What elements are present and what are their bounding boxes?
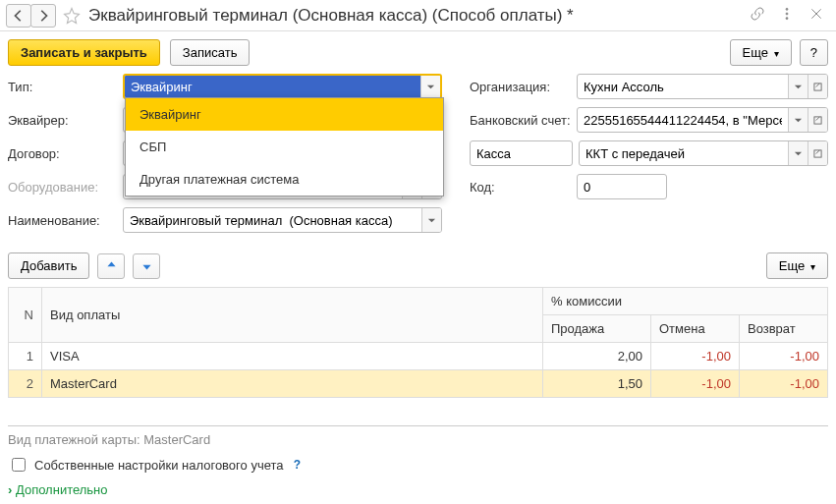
help-button[interactable]: ? (800, 39, 828, 66)
table-more-button[interactable]: Еще (766, 252, 828, 279)
payment-table: N Вид оплаты % комиссии Продажа Отмена В… (8, 287, 828, 398)
col-n: N (9, 288, 42, 343)
kassa-kind-combo[interactable] (470, 140, 573, 166)
open-icon[interactable] (808, 141, 827, 165)
col-paytype: Вид оплаты (42, 288, 543, 343)
additional-toggle[interactable]: Дополнительно (8, 482, 828, 497)
save-button[interactable]: Записать (170, 39, 251, 66)
svg-rect-5 (814, 116, 821, 123)
open-icon[interactable] (808, 108, 827, 132)
col-sale: Продажа (543, 315, 651, 343)
table-row[interactable]: 1 VISA 2,00 -1,00 -1,00 (9, 343, 828, 370)
svg-point-2 (786, 18, 788, 20)
bank-acc-label: Банковский счет: (470, 113, 577, 128)
type-dropdown[interactable]: Эквайринг СБП Другая платежная система (125, 97, 444, 196)
chevron-down-icon[interactable] (421, 208, 441, 232)
equipment-label: Оборудование: (8, 180, 123, 195)
close-icon[interactable] (808, 6, 824, 25)
org-label: Организация: (470, 80, 577, 94)
chevron-down-icon[interactable] (788, 75, 808, 98)
kebab-icon[interactable] (779, 6, 795, 25)
nav-forward-button[interactable] (30, 4, 56, 28)
svg-rect-7 (814, 149, 821, 156)
kkt-input[interactable] (580, 141, 788, 165)
dropdown-item-sbp[interactable]: СБП (126, 131, 443, 163)
type-input[interactable] (125, 76, 420, 97)
svg-rect-3 (814, 83, 821, 89)
add-button[interactable]: Добавить (8, 252, 89, 279)
acquirer-label: Эквайрер: (8, 113, 123, 128)
dropdown-item-other[interactable]: Другая платежная система (126, 163, 443, 196)
type-dropdown-icon[interactable] (420, 76, 440, 97)
svg-point-1 (786, 13, 788, 15)
org-combo[interactable] (577, 74, 828, 99)
table-row[interactable]: 2 MasterCard 1,50 -1,00 -1,00 (9, 370, 828, 398)
nav-back-button[interactable] (6, 4, 31, 28)
code-label: Код: (470, 180, 577, 195)
bank-acc-input[interactable] (578, 108, 788, 132)
chevron-down-icon[interactable] (788, 108, 808, 132)
bank-acc-combo[interactable] (577, 107, 828, 133)
card-type-info: Вид платежной карты: MasterCard (8, 425, 828, 447)
col-cancel: Отмена (651, 315, 740, 343)
kkt-combo[interactable] (579, 140, 828, 166)
favorite-icon[interactable] (63, 7, 81, 25)
chevron-down-icon[interactable] (788, 141, 808, 165)
link-icon[interactable] (750, 6, 765, 25)
help-icon[interactable]: ? (290, 457, 306, 473)
col-commission: % комиссии (543, 288, 828, 315)
name-combo[interactable] (123, 207, 442, 233)
window-title: Эквайринговый терминал (Основная касса) … (88, 6, 750, 26)
type-label: Тип: (8, 80, 123, 94)
name-input[interactable] (124, 208, 421, 232)
save-close-button[interactable]: Записать и закрыть (8, 39, 160, 66)
name-label: Наименование: (8, 213, 123, 228)
code-input[interactable] (578, 175, 667, 198)
move-up-button[interactable] (97, 253, 125, 279)
org-input[interactable] (578, 75, 788, 98)
contract-label: Договор: (8, 146, 123, 161)
type-combo[interactable] (123, 74, 442, 99)
svg-point-0 (786, 8, 788, 10)
dropdown-item-acquiring[interactable]: Эквайринг (126, 98, 443, 131)
open-icon[interactable] (808, 75, 827, 98)
more-button[interactable]: Еще (730, 39, 792, 66)
col-refund: Возврат (740, 315, 828, 343)
own-tax-label: Собственные настройки налогового учета (34, 458, 284, 473)
own-tax-checkbox[interactable] (12, 458, 26, 472)
code-combo[interactable] (577, 174, 667, 199)
move-down-button[interactable] (133, 253, 160, 279)
kassa-kind-input[interactable] (471, 141, 573, 165)
